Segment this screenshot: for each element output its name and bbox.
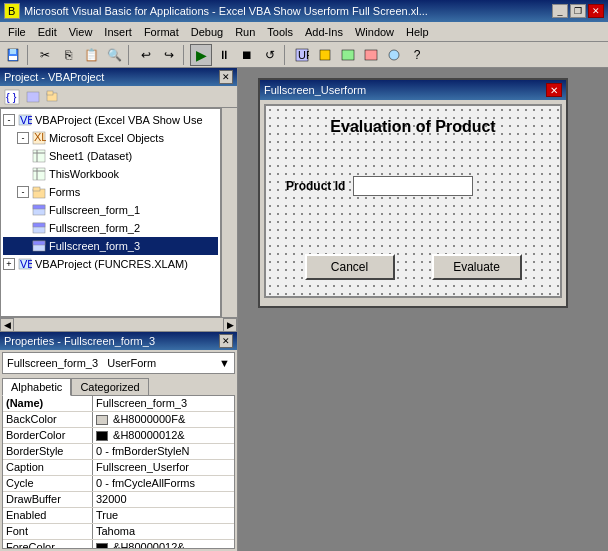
tree-item-form2[interactable]: Fullscreen_form_2 [3,219,218,237]
menu-tools[interactable]: Tools [261,25,299,39]
find-button[interactable]: 🔍 [103,44,125,66]
properties-button[interactable] [314,44,336,66]
view-object-button[interactable] [23,88,43,106]
userform-body[interactable]: Evaluation of Product Product Id Cancel … [264,104,562,298]
svg-rect-20 [33,150,45,162]
tree-item-form1[interactable]: Fullscreen_form_1 [3,201,218,219]
title-bar-buttons: _ ❐ ✕ [552,4,604,18]
minimize-button[interactable]: _ [552,4,568,18]
menu-view[interactable]: View [63,25,99,39]
close-button[interactable]: ✕ [588,4,604,18]
properties-table: (Name) Fullscreen_form_3 BackColor &H800… [2,395,235,549]
form-icon [31,202,47,218]
tree-item-excel-objects[interactable]: - XL Microsoft Excel Objects [3,129,218,147]
expand-vbaproject[interactable]: - [3,114,15,126]
tree-item-forms[interactable]: - Forms [3,183,218,201]
tab-categorized[interactable]: Categorized [71,378,148,395]
tab-alphabetic[interactable]: Alphabetic [2,378,71,396]
tree-item-thisworkbook[interactable]: ThisWorkbook [3,165,218,183]
props-val: &H8000000F& [93,412,234,427]
project-tree[interactable]: - VB VBAProject (Excel VBA Show Use - XL [0,108,221,317]
stop-button[interactable]: ⏹ [236,44,258,66]
watch-button[interactable] [383,44,405,66]
redo-button[interactable]: ↪ [158,44,180,66]
title-bar-text: Microsoft Visual Basic for Applications … [24,5,548,17]
left-panel: Project - VBAProject ✕ { } [0,68,238,551]
menu-addins[interactable]: Add-Ins [299,25,349,39]
help-button[interactable]: ? [406,44,428,66]
svg-text:B: B [8,5,15,17]
properties-dropdown[interactable]: Fullscreen_form_3 UserForm ▼ [2,352,235,374]
props-val: 0 - fmCycleAllForms [93,476,234,491]
evaluate-button[interactable]: Evaluate [432,254,522,280]
restore-button[interactable]: ❐ [570,4,586,18]
props-key: ForeColor [3,540,93,549]
project-tree-scrollbar[interactable] [221,108,237,317]
scroll-right[interactable]: ▶ [223,318,237,332]
properties-panel-close[interactable]: ✕ [219,334,233,348]
userform-field-row: Product Id [286,176,473,196]
menu-format[interactable]: Format [138,25,185,39]
form-icon-selected [31,238,47,254]
cut-button[interactable]: ✂ [34,44,56,66]
explorer-button[interactable] [337,44,359,66]
view-code-button[interactable]: { } [2,88,22,106]
tree-item-vbaproject[interactable]: - VB VBAProject (Excel VBA Show Use [3,111,218,129]
project-panel-close[interactable]: ✕ [219,70,233,84]
tree-item-form3[interactable]: Fullscreen_form_3 [3,237,218,255]
userform-button[interactable]: UF [291,44,313,66]
props-row-font[interactable]: Font Tahoma [3,524,234,540]
props-row-name[interactable]: (Name) Fullscreen_form_3 [3,396,234,412]
menu-debug[interactable]: Debug [185,25,229,39]
props-row-cycle[interactable]: Cycle 0 - fmCycleAllForms [3,476,234,492]
svg-rect-8 [342,50,354,60]
properties-tabs: Alphabetic Categorized [0,376,237,395]
forms-icon [31,184,47,200]
expand-excel-objects[interactable]: - [17,132,29,144]
reset-button[interactable]: ↺ [259,44,281,66]
app-icon: B [4,3,20,19]
toggle-folders-button[interactable] [44,88,64,106]
props-row-drawbuffer[interactable]: DrawBuffer 32000 [3,492,234,508]
props-key: (Name) [3,396,93,411]
props-row-bordercolor[interactable]: BorderColor &H80000012& [3,428,234,444]
tree-item-label: VBAProject (Excel VBA Show Use [35,114,203,126]
toolbar: ✂ ⎘ 📋 🔍 ↩ ↪ ▶ ⏸ ⏹ ↺ UF ? [0,42,608,68]
pause-button[interactable]: ⏸ [213,44,235,66]
cancel-button[interactable]: Cancel [305,254,395,280]
menu-edit[interactable]: Edit [32,25,63,39]
userform-close-button[interactable]: ✕ [546,83,562,97]
toolbar-separator-3 [183,45,187,65]
menu-window[interactable]: Window [349,25,400,39]
tree-item-sheet1[interactable]: Sheet1 (Dataset) [3,147,218,165]
run-button[interactable]: ▶ [190,44,212,66]
menu-help[interactable]: Help [400,25,435,39]
product-id-input[interactable] [353,176,473,196]
undo-button[interactable]: ↩ [135,44,157,66]
props-row-caption[interactable]: Caption Fullscreen_Userfor [3,460,234,476]
expand-funcres[interactable]: + [3,258,15,270]
props-row-forecolor[interactable]: ForeColor &H80000012& [3,540,234,549]
tree-item-funcres[interactable]: + VB VBAProject (FUNCRES.XLAM) [3,255,218,273]
toolbar-separator-2 [128,45,132,65]
save-button[interactable] [2,44,24,66]
project-hscroll[interactable]: ◀ ▶ [0,317,237,331]
scroll-left[interactable]: ◀ [0,318,14,332]
props-row-enabled[interactable]: Enabled True [3,508,234,524]
props-key: DrawBuffer [3,492,93,507]
copy-button[interactable]: ⎘ [57,44,79,66]
funcres-icon: VB [17,256,33,272]
props-key: Enabled [3,508,93,523]
props-row-borderstyle[interactable]: BorderStyle 0 - fmBorderStyleN [3,444,234,460]
vba-ide-area: Fullscreen_Userform ✕ Evaluation of Prod… [238,68,608,551]
menu-run[interactable]: Run [229,25,261,39]
menu-insert[interactable]: Insert [98,25,138,39]
toolbox-button[interactable] [360,44,382,66]
form-icon [31,220,47,236]
tree-item-label: Fullscreen_form_3 [49,240,140,252]
svg-rect-23 [33,168,45,180]
props-row-backcolor[interactable]: BackColor &H8000000F& [3,412,234,428]
paste-button[interactable]: 📋 [80,44,102,66]
menu-file[interactable]: File [2,25,32,39]
expand-forms[interactable]: - [17,186,29,198]
